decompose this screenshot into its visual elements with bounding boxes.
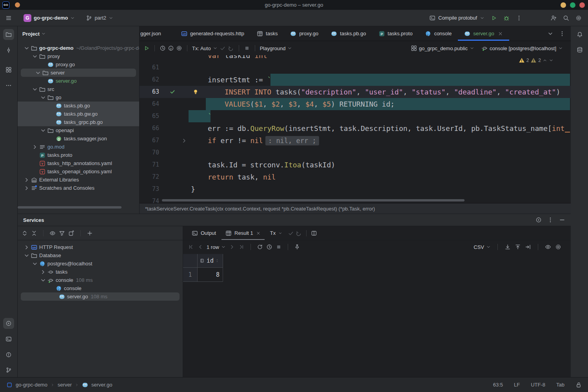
chevron-right-icon[interactable] [22,185,31,191]
commit-tx-icon[interactable] [220,45,226,51]
more-actions-icon[interactable] [516,15,522,21]
chevron-right-icon[interactable] [22,177,31,183]
go-to-row-icon[interactable] [525,244,531,250]
tree-item-postgres@localhost[interactable]: postgres@localhost [18,260,183,268]
editor-tab-tasks.proto[interactable]: Ptasks.proto [372,26,419,41]
open-in-new-tab-icon[interactable] [68,230,74,236]
database-toolwindow-button[interactable] [574,44,585,55]
code-line-62[interactable]: 62insertStmt := ` [140,74,571,86]
horizontal-scrollbar[interactable] [18,206,122,209]
tree-item-tasks[interactable]: tasks [18,268,183,276]
grid-corner[interactable] [183,254,198,268]
tree-item-tasks_grpc.pb.go[interactable]: tasks_grpc.pb.go [18,118,139,126]
expand-all-icon[interactable] [22,230,28,236]
open-in-editor-icon[interactable] [311,230,317,236]
tree-item-server.go[interactable]: server.go [18,77,139,85]
code-line-61[interactable]: 61 [140,62,571,74]
code-line-70[interactable]: 70 [140,147,571,159]
tree-item-go[interactable]: go [18,93,139,102]
code-line-66[interactable]: 66err := db.QueryRow(insertStmt, task.De… [140,122,571,134]
next-problem-icon[interactable] [549,57,554,64]
stop-icon[interactable] [244,45,250,51]
first-page-icon[interactable] [188,244,194,250]
search-everywhere-icon[interactable] [563,15,569,21]
code-line-67[interactable]: 67if err != nil: nil, err ; [140,134,571,147]
editor-tab-gger.json[interactable]: gger.json [140,26,175,41]
code-line-65[interactable]: 65` [140,110,571,122]
tree-item-tasks.pb.gw.go[interactable]: tasks.pb.gw.go [18,110,139,118]
chevron-down-icon[interactable] [31,86,39,93]
code-line-74[interactable]: 74 [140,195,571,203]
console-settings-icon[interactable] [176,45,182,51]
next-page-icon[interactable] [229,244,235,250]
collapse-all-icon[interactable] [31,230,37,236]
editor-tab-proxy.go[interactable]: proxy.go [284,26,325,41]
branch-selector[interactable]: part2 [94,15,106,21]
output-tab[interactable]: Output [188,226,220,240]
grid-row[interactable]: 18 [183,268,223,282]
run-button[interactable] [491,15,497,21]
breadcrumb-item[interactable]: server [58,382,72,388]
terminal-toolwindow-button[interactable] [3,334,14,345]
chevron-right-icon[interactable] [39,269,47,275]
code-line-71[interactable]: 71task.Id = strconv.Itoa(taskId) [140,159,571,171]
tree-item-HTTP Request[interactable]: APIHTTP Request [18,243,183,251]
editor-tab-console[interactable]: console [419,26,458,41]
indent-style[interactable]: Tab [556,382,564,388]
page-size-selector[interactable]: 1 row [207,244,226,250]
cell-value[interactable]: 8 [198,268,223,282]
more-toolwindows-button[interactable] [3,80,14,91]
problems-toolwindow-button[interactable] [3,349,14,360]
maximize-window-button[interactable] [570,2,575,8]
project-panel-header[interactable]: Project [18,26,139,41]
structure-toolwindow-button[interactable] [3,64,14,75]
project-selector[interactable]: go-grpc-demo [34,15,68,21]
tree-item-tasks.proto[interactable]: Ptasks.proto [18,151,139,159]
tree-item-tasks.pb.go[interactable]: tasks.pb.go [18,102,139,110]
navigate-icon[interactable] [535,217,542,223]
chevron-down-icon[interactable] [39,277,47,283]
editor-tab-server.go[interactable]: server.go [458,26,509,41]
refresh-icon[interactable] [257,244,263,250]
code-line-63[interactable]: 63INSERT INTO tasks("description", "user… [140,86,571,98]
tab-options-icon[interactable] [559,31,565,37]
commit-icon[interactable] [288,230,294,236]
main-menu-icon[interactable] [5,15,12,21]
tree-item-tasks_http_annotations.yaml[interactable]: Ytasks_http_annotations.yaml [18,159,139,167]
write-access-icon[interactable] [575,382,582,388]
column-header-id[interactable]: id [198,254,223,268]
tree-item-tasks.swagger.json[interactable]: {}tasks.swagger.json [18,134,139,143]
sort-icon[interactable] [215,258,219,264]
view-options-icon[interactable] [545,244,551,250]
rollback-icon[interactable] [296,230,302,236]
result-tab[interactable]: Result 1 [221,226,265,240]
tree-item-console[interactable]: console [18,284,183,292]
line-separator[interactable]: LF [514,382,520,388]
add-service-icon[interactable] [87,230,93,236]
history-icon[interactable] [160,45,166,51]
last-page-icon[interactable] [238,244,245,250]
tree-item-tasks_openapi_options.yaml[interactable]: Ytasks_openapi_options.yaml [18,167,139,176]
code-line-73[interactable]: 73} [140,183,571,195]
playground-selector[interactable]: Playground [260,45,292,51]
code-line-64[interactable]: 64VALUES($1, $2, $3, $4, $5) RETURNING i… [140,98,571,110]
editor-tab-generated-requests.http[interactable]: APIgenerated-requests.http [175,26,250,41]
code-line-72[interactable]: 72return task, nil [140,171,571,183]
code-with-me-icon[interactable] [550,15,557,21]
tx-mode-selector[interactable]: Tx: Auto [192,45,218,51]
project-toolwindow-button[interactable] [3,29,14,40]
view-options-icon[interactable] [49,230,56,236]
commit-toolwindow-button[interactable] [3,45,14,56]
tree-item-src[interactable]: src [18,85,139,93]
services-toolwindow-button[interactable] [3,318,14,329]
project-badge[interactable]: G [24,14,31,22]
grid-settings-icon[interactable] [555,244,561,250]
editor-tab-tasks.pb.go[interactable]: tasks.pb.go [325,26,372,41]
export-icon[interactable] [515,244,521,250]
session-selector[interactable]: console [postgres@localhost] [481,45,563,51]
goland-logo-icon[interactable]: GO [2,2,9,9]
breadcrumb-item[interactable]: go-grpc-demo [16,382,47,388]
panel-options-icon[interactable] [547,217,554,223]
hidden-tabs-icon[interactable] [547,31,554,37]
stop-query-icon[interactable] [276,244,282,250]
